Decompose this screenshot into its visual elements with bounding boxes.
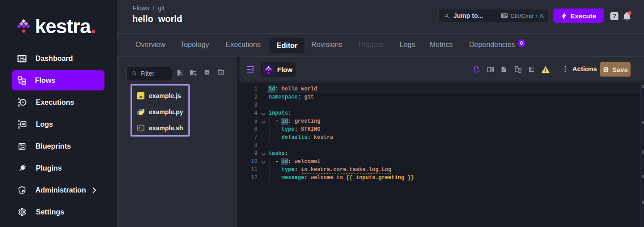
svg-text:JS: JS: [139, 95, 143, 99]
